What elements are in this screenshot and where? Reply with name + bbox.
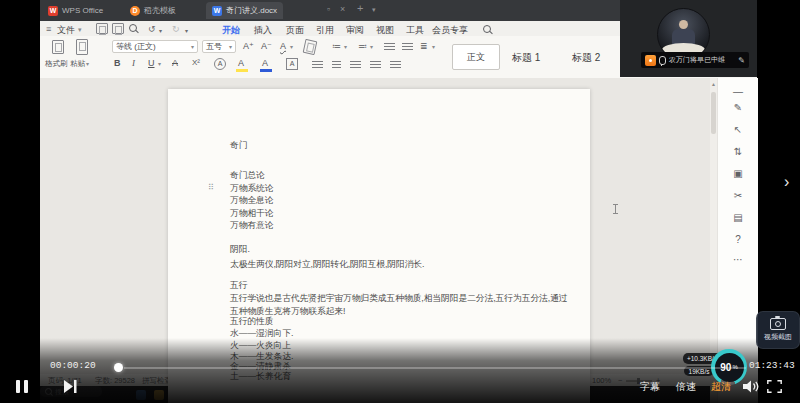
edit-pen-icon[interactable]: ✎ xyxy=(718,102,758,113)
line-spacing-icon[interactable]: ≣ xyxy=(420,41,428,51)
doc-line: 五行 xyxy=(230,280,247,292)
doc-line: 万物系统论 xyxy=(230,183,274,195)
recorder-bar-text: 农万门将早已中维 xyxy=(669,55,725,65)
undo-icon[interactable]: ↺ xyxy=(148,24,156,34)
current-time: 00:00:20 xyxy=(50,360,96,371)
help-icon[interactable]: ? xyxy=(718,234,758,245)
increase-indent-icon[interactable] xyxy=(402,43,413,52)
decrease-indent-icon[interactable] xyxy=(384,43,395,52)
bullet-list-icon[interactable]: ≔ xyxy=(332,41,341,51)
paragraph-drag-handle-icon[interactable]: ⠿ xyxy=(208,183,214,192)
file-caret-icon: ▾ xyxy=(78,26,82,34)
phonetic-guide-icon[interactable]: A xyxy=(214,58,226,70)
tab-label: 奇门讲义.docx xyxy=(226,5,277,16)
bullet-caret-icon[interactable]: ▾ xyxy=(344,43,347,50)
char-shading-icon[interactable]: A xyxy=(286,58,298,70)
recorder-edit-pencil-icon[interactable]: ✎ xyxy=(738,56,745,65)
tab-close-icon[interactable]: × xyxy=(340,4,345,14)
format-painter-label[interactable]: 格式刷 xyxy=(45,59,68,69)
align-distribute-icon[interactable] xyxy=(390,61,401,70)
line-spacing-caret-icon[interactable]: ▾ xyxy=(432,43,435,50)
hamburger-icon[interactable]: ≡ xyxy=(46,24,51,34)
print-icon[interactable] xyxy=(112,23,124,34)
save-icon[interactable] xyxy=(96,23,108,34)
style-heading2[interactable]: 标题 2 xyxy=(572,51,600,65)
font-name-value: 等线 (正文) xyxy=(116,41,156,52)
font-size-value: 五号 xyxy=(206,41,222,52)
format-painter-icon[interactable] xyxy=(52,40,64,54)
scissors-icon[interactable]: ✂ xyxy=(718,190,758,201)
increase-font-icon[interactable]: A⁺ xyxy=(243,41,254,51)
undo-caret-icon[interactable]: ▾ xyxy=(159,27,162,34)
tab-label: 稻壳模板 xyxy=(144,5,176,16)
highlight-color-bar xyxy=(236,69,248,72)
scrollbar-thumb[interactable] xyxy=(711,92,716,134)
strikethrough-icon[interactable]: A xyxy=(172,58,178,68)
recorder-app-icon xyxy=(645,55,656,66)
redo-icon[interactable]: ↻ xyxy=(172,24,180,34)
adjust-sliders-icon[interactable]: ⇅ xyxy=(718,146,758,157)
font-size-select[interactable]: 五号 ▾ xyxy=(202,40,236,53)
bold-icon[interactable]: B xyxy=(114,58,121,68)
underline-icon[interactable]: U xyxy=(148,58,155,68)
style-heading1[interactable]: 标题 1 xyxy=(512,51,540,65)
read-mode-icon[interactable]: ▤ xyxy=(718,212,758,223)
search-icon[interactable] xyxy=(483,25,491,33)
speed-button[interactable]: 倍速 xyxy=(676,380,696,394)
paste-caret-icon[interactable]: ▾ xyxy=(86,60,89,67)
align-left-icon[interactable] xyxy=(312,61,323,70)
underline-caret-icon[interactable]: ▾ xyxy=(158,60,161,67)
docer-icon: D xyxy=(130,6,140,16)
text-effects-caret-icon[interactable]: ▾ xyxy=(290,43,293,50)
seek-bar[interactable] xyxy=(124,367,746,369)
more-icon[interactable]: ⋯ xyxy=(718,254,758,265)
font-color-icon[interactable]: A xyxy=(262,58,268,68)
pause-icon[interactable] xyxy=(24,380,28,393)
tab-wps-office[interactable]: W WPS Office xyxy=(48,2,103,19)
align-center-icon[interactable] xyxy=(332,61,341,70)
collapse-icon[interactable]: — xyxy=(718,86,758,97)
select-cursor-icon[interactable]: ↖ xyxy=(718,124,758,135)
align-right-icon[interactable] xyxy=(350,61,361,70)
pause-icon[interactable] xyxy=(16,380,20,393)
font-name-select[interactable]: 等线 (正文) ▾ xyxy=(112,40,198,53)
tab-document-active[interactable]: W 奇门讲义.docx xyxy=(206,2,283,19)
video-screenshot-label: 视频截图 xyxy=(764,332,792,342)
tab-label: WPS Office xyxy=(62,6,103,15)
camera-icon xyxy=(770,318,786,330)
video-screenshot-button[interactable]: 视频截图 xyxy=(756,311,800,349)
paste-label[interactable]: 粘贴 xyxy=(70,59,85,69)
tab-list-caret-icon[interactable]: ▾ xyxy=(372,6,376,14)
quality-button[interactable]: 超清 xyxy=(711,380,731,394)
stamp-icon[interactable]: ▣ xyxy=(718,168,758,179)
tab-docer-templates[interactable]: D 稻壳模板 xyxy=(130,2,176,19)
total-duration: 01:23:43 xyxy=(749,360,795,371)
print-preview-icon[interactable] xyxy=(129,24,137,32)
font-name-caret-icon: ▾ xyxy=(191,43,194,50)
doc-line: 万物全息论 xyxy=(230,195,274,207)
scroll-up-icon[interactable]: ▲ xyxy=(711,81,716,87)
italic-icon[interactable]: I xyxy=(132,58,135,68)
subtitles-button[interactable]: 字幕 xyxy=(640,380,660,394)
side-panel-chevron-icon[interactable]: › xyxy=(784,173,789,191)
doc-line: 阴阳. xyxy=(230,244,250,256)
paste-icon[interactable] xyxy=(76,39,88,55)
video-player: W WPS Office D 稻壳模板 W 奇门讲义.docx ▫ × + ▾ … xyxy=(0,0,800,403)
next-episode-icon[interactable] xyxy=(64,380,78,393)
clear-format-icon[interactable] xyxy=(303,39,318,55)
superscript-icon[interactable]: X² xyxy=(192,58,200,67)
style-normal[interactable]: 正文 xyxy=(452,44,500,70)
text-effects-icon[interactable]: A xyxy=(280,41,286,51)
volume-icon[interactable] xyxy=(743,380,759,393)
highlight-color-icon[interactable]: A xyxy=(238,58,244,68)
redo-caret-icon[interactable]: ▾ xyxy=(185,27,188,34)
align-justify-icon[interactable] xyxy=(370,61,381,70)
wps-logo-icon: W xyxy=(48,6,58,16)
fullscreen-icon[interactable] xyxy=(767,380,782,393)
seek-handle[interactable] xyxy=(114,363,123,372)
number-list-icon[interactable]: ≕ xyxy=(358,41,367,51)
tab-preview-icon[interactable]: ▫ xyxy=(327,4,330,14)
decrease-font-icon[interactable]: A⁻ xyxy=(261,41,272,51)
new-tab-icon[interactable]: + xyxy=(357,2,363,14)
number-caret-icon[interactable]: ▾ xyxy=(370,43,373,50)
